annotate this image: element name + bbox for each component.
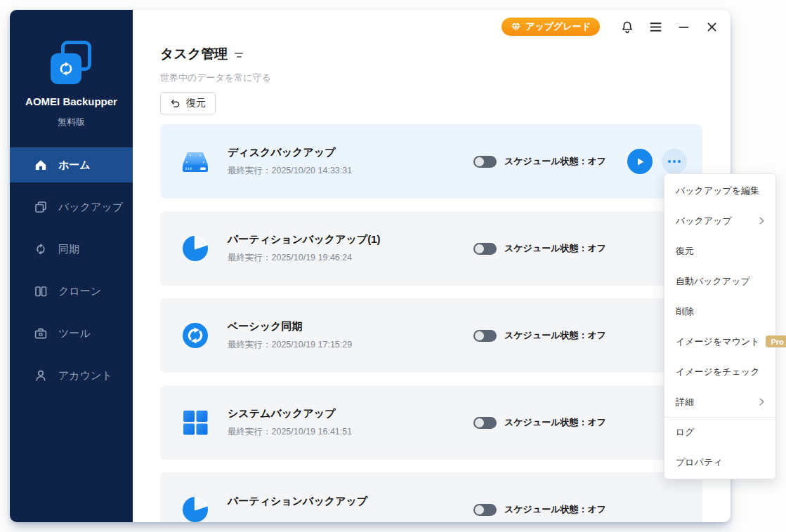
schedule-toggle[interactable] — [473, 243, 497, 255]
schedule-label: スケジュール状態：オフ — [504, 242, 606, 255]
toggle-knob — [475, 505, 484, 514]
schedule-toggle[interactable] — [473, 330, 497, 342]
diamond-icon — [511, 22, 521, 32]
page-subtitle: 世界中のデータを常に守る — [160, 72, 271, 84]
restore-button[interactable]: 復元 — [160, 92, 216, 114]
toggle-knob — [475, 418, 484, 427]
menu-item-advanced[interactable]: 詳細 — [664, 387, 775, 417]
task-row-disk-backup[interactable]: ディスクバックアップ 最終実行：2025/10/20 14:33:31 スケジュ… — [160, 124, 702, 199]
menu-item-auto-backup[interactable]: 自動バックアップ — [664, 266, 775, 296]
schedule-label: スケジュール状態：オフ — [504, 503, 606, 516]
pie-chart-icon — [181, 496, 209, 522]
menu-item-backup[interactable]: バックアップ — [664, 206, 775, 236]
bell-icon — [621, 20, 634, 34]
schedule-toggle[interactable] — [473, 156, 497, 168]
tools-icon — [34, 326, 48, 340]
clone-icon — [34, 284, 48, 298]
toggle-knob — [475, 244, 484, 253]
titlebar: アップグレード — [502, 17, 723, 36]
menu-item-check-image[interactable]: イメージをチェック — [664, 357, 775, 387]
menu-item-delete[interactable]: 削除 — [664, 296, 775, 326]
schedule-status: スケジュール状態：オフ — [473, 385, 606, 460]
account-icon — [34, 368, 48, 383]
task-info: ディスクバックアップ 最終実行：2025/10/20 14:33:31 — [228, 124, 352, 199]
menu-item-restore[interactable]: 復元 — [664, 236, 775, 266]
run-task-button[interactable] — [627, 149, 653, 174]
submenu-chevron-icon — [759, 398, 764, 406]
menu-item-mount-image[interactable]: イメージをマウント Pro — [664, 326, 775, 357]
minimize-button[interactable] — [672, 17, 695, 36]
task-row-partition-backup[interactable]: パーティションバックアップ スケジュール状態：オフ — [160, 472, 702, 522]
schedule-toggle[interactable] — [473, 504, 497, 516]
sidebar-item-tools[interactable]: ツール — [10, 316, 133, 351]
pro-badge: Pro — [766, 335, 786, 347]
sidebar-item-label: バックアップ — [58, 201, 123, 214]
main-content: アップグレード — [133, 10, 731, 522]
sidebar-item-home[interactable]: ホーム — [10, 147, 133, 182]
windows-icon — [181, 408, 209, 437]
undo-icon — [170, 98, 181, 109]
task-title: システムバックアップ — [228, 407, 352, 420]
schedule-label: スケジュール状態：オフ — [504, 329, 606, 342]
sidebar-item-label: ホーム — [58, 159, 91, 172]
schedule-status: スケジュール状態：オフ — [473, 211, 606, 286]
task-info: ベーシック同期 最終実行：2025/10/19 17:15:29 — [228, 298, 352, 373]
schedule-label: スケジュール状態：オフ — [504, 416, 606, 429]
submenu-chevron-icon — [759, 217, 764, 225]
schedule-toggle[interactable] — [473, 417, 497, 429]
schedule-label: スケジュール状態：オフ — [504, 155, 606, 168]
context-menu: バックアップを編集 バックアップ 復元 自動バックアップ 削除 イメージをマウン… — [664, 173, 776, 479]
sidebar-item-label: アカウント — [58, 369, 112, 383]
schedule-status: スケジュール状態：オフ — [473, 124, 606, 199]
app-edition: 無料版 — [10, 116, 133, 128]
task-info: パーティションバックアップ(1) 最終実行：2025/10/19 19:46:2… — [228, 211, 381, 286]
close-icon — [707, 22, 717, 32]
sidebar-nav: ホーム バックアップ 同期 — [10, 147, 133, 400]
play-icon — [635, 157, 645, 167]
close-button[interactable] — [700, 17, 723, 36]
task-last-run: 最終実行：2025/10/19 16:41:51 — [228, 426, 352, 438]
toggle-knob — [475, 331, 484, 340]
more-options-button[interactable] — [662, 149, 687, 174]
ellipsis-icon — [668, 160, 671, 163]
page-title: タスク管理 — [160, 45, 243, 63]
menu-item-properties[interactable]: プロパティ — [664, 447, 775, 477]
sidebar-item-backup[interactable]: バックアップ — [10, 189, 133, 225]
sidebar-item-sync[interactable]: 同期 — [10, 232, 133, 267]
upgrade-label: アップグレード — [525, 20, 591, 33]
task-list: ディスクバックアップ 最終実行：2025/10/20 14:33:31 スケジュ… — [160, 124, 702, 522]
app-name: AOMEI Backupper — [10, 95, 133, 107]
menu-item-log[interactable]: ログ — [664, 417, 775, 447]
task-last-run: 最終実行：2025/10/19 17:15:29 — [228, 339, 352, 351]
sync-circle-icon — [181, 321, 209, 350]
disk-icon — [181, 147, 209, 175]
task-info: パーティションバックアップ — [228, 472, 367, 522]
task-title: ディスクバックアップ — [228, 146, 352, 159]
task-row-partition-backup-1[interactable]: パーティションバックアップ(1) 最終実行：2025/10/19 19:46:2… — [160, 211, 702, 286]
schedule-status: スケジュール状態：オフ — [473, 472, 606, 522]
sidebar-item-account[interactable]: アカウント — [10, 358, 133, 393]
task-title: パーティションバックアップ(1) — [228, 233, 381, 246]
task-last-run: 最終実行：2025/10/19 19:46:24 — [228, 252, 381, 264]
restore-button-label: 復元 — [186, 97, 206, 109]
menu-item-edit-backup[interactable]: バックアップを編集 — [664, 175, 775, 206]
task-title: パーティションバックアップ — [228, 495, 367, 508]
sync-icon — [34, 242, 48, 256]
minimize-icon — [679, 22, 689, 32]
task-last-run: 最終実行：2025/10/20 14:33:31 — [228, 165, 352, 177]
sidebar-item-label: ツール — [58, 327, 91, 340]
task-last-run — [228, 514, 367, 522]
schedule-status: スケジュール状態：オフ — [473, 298, 606, 373]
home-icon — [34, 158, 48, 172]
main-menu-button[interactable] — [643, 17, 667, 36]
notifications-button[interactable] — [615, 17, 639, 36]
row-actions — [627, 149, 687, 174]
task-row-basic-sync[interactable]: ベーシック同期 最終実行：2025/10/19 17:15:29 スケジュール状… — [160, 298, 702, 373]
hamburger-icon — [650, 22, 662, 32]
task-row-system-backup[interactable]: システムバックアップ 最終実行：2025/10/19 16:41:51 スケジュ… — [160, 385, 702, 460]
upgrade-button[interactable]: アップグレード — [502, 18, 600, 36]
filter-icon[interactable] — [235, 53, 243, 58]
sidebar: AOMEI Backupper 無料版 ホーム バックアップ — [10, 10, 133, 522]
task-title: ベーシック同期 — [228, 320, 352, 333]
sidebar-item-clone[interactable]: クローン — [10, 274, 133, 309]
